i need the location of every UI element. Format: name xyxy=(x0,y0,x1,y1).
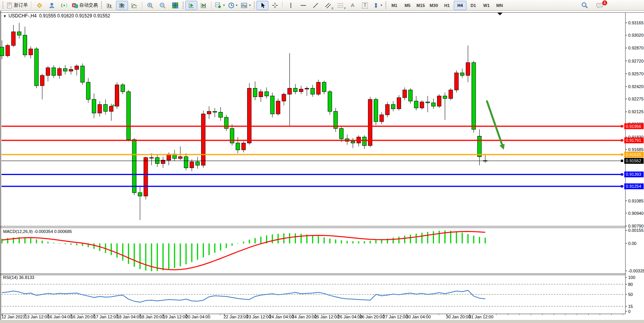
candle-body xyxy=(29,49,32,55)
timeframe-h1-button[interactable]: H1 xyxy=(441,1,453,10)
candle-body xyxy=(432,103,436,106)
macd-histogram-bar xyxy=(479,237,480,243)
signals-button[interactable] xyxy=(58,1,70,10)
auto-scroll-button[interactable] xyxy=(185,1,197,10)
templates-button[interactable]: ▾ xyxy=(239,1,252,10)
macd-histogram-bar xyxy=(301,234,302,243)
toolbar-drag-handle[interactable] xyxy=(2,2,3,9)
macd-histogram-bar xyxy=(237,243,238,244)
timeframe-m5-button[interactable]: M5 xyxy=(401,1,414,10)
candle-body xyxy=(52,68,56,75)
macd-histogram-bar xyxy=(134,243,135,267)
svg-text:26 Jan 04:00: 26 Jan 04:00 xyxy=(338,314,362,319)
svg-text:20 Jan 04:00: 20 Jan 04:00 xyxy=(186,314,210,319)
toolbar-drag-handle[interactable] xyxy=(183,2,184,9)
candle-body xyxy=(236,143,240,150)
macd-histogram-bar xyxy=(439,231,440,243)
macd-histogram-bar xyxy=(329,238,330,243)
line-handle[interactable] xyxy=(621,173,623,175)
clock-icon xyxy=(228,2,234,8)
macd-histogram-bar xyxy=(410,235,411,243)
fibonacci-tool-button[interactable]: F xyxy=(334,1,346,10)
candle-body xyxy=(299,89,303,92)
chart-shift-button[interactable] xyxy=(198,1,210,10)
candle-body xyxy=(408,90,412,101)
search-button[interactable] xyxy=(579,1,591,10)
timeframe-m15-button[interactable]: M15 xyxy=(414,1,427,10)
macd-histogram-bar xyxy=(174,243,175,268)
candle-body xyxy=(265,92,268,96)
chart-window[interactable]: 0.931650.930200.928700.927200.925700.924… xyxy=(0,11,644,323)
auto-trading-icon xyxy=(72,2,78,8)
add-indicator-icon xyxy=(215,2,222,8)
line-handle[interactable] xyxy=(621,185,623,187)
candle-body xyxy=(316,82,320,94)
arrows-tool-button[interactable]: ▾ xyxy=(371,1,384,10)
macd-histogram-bar xyxy=(404,236,405,243)
chart-canvas[interactable]: 0.931650.930200.928700.927200.925700.924… xyxy=(0,11,644,323)
svg-text:0.92720: 0.92720 xyxy=(628,59,644,63)
line-chart-icon xyxy=(131,2,138,8)
trendline-tool-button[interactable] xyxy=(309,1,321,10)
macd-histogram-bar xyxy=(2,239,3,243)
chevron-down-icon: ▾ xyxy=(236,3,237,7)
zoom-out-button[interactable] xyxy=(157,1,169,10)
macd-histogram-bar xyxy=(48,242,49,243)
candle-body xyxy=(420,102,424,108)
svg-text:15: 15 xyxy=(628,304,633,309)
line-handle[interactable] xyxy=(621,160,623,162)
timeframe-d1-button[interactable]: D1 xyxy=(467,1,480,10)
new-order-label: 新订单 xyxy=(14,2,28,8)
auto-trading-button[interactable]: 自动交易 xyxy=(70,1,99,10)
candlestick-chart-button[interactable] xyxy=(116,1,128,10)
timeframe-m1-button[interactable]: M1 xyxy=(388,1,401,10)
svg-text:0.00: 0.00 xyxy=(628,241,636,246)
bar-chart-button[interactable] xyxy=(104,1,116,10)
vertical-line-tool-button[interactable] xyxy=(285,1,297,10)
zoom-out-icon xyxy=(159,2,166,8)
equidistant-channel-tool-button[interactable]: E xyxy=(322,1,334,10)
svg-text:16 Jan 20:00: 16 Jan 20:00 xyxy=(71,314,96,319)
toolbar-drag-handle[interactable] xyxy=(385,2,386,9)
candle-body xyxy=(322,82,326,92)
toolbar-separator xyxy=(211,2,212,9)
cursor-tool-button[interactable] xyxy=(256,1,268,10)
gold-button[interactable] xyxy=(33,1,45,10)
periods-button[interactable]: ▾ xyxy=(227,1,239,10)
zoom-in-button[interactable] xyxy=(144,1,156,10)
text-label-tool-button[interactable]: T xyxy=(359,1,371,10)
toolbar-separator xyxy=(142,2,143,9)
timeframe-w1-button[interactable]: W1 xyxy=(480,1,493,10)
candle-body xyxy=(132,139,136,192)
macd-histogram-bar xyxy=(370,241,371,243)
macd-histogram-bar xyxy=(416,234,417,243)
timeframe-mn-button[interactable]: MN xyxy=(493,1,506,10)
horizontal-line-tool-button[interactable] xyxy=(297,1,309,10)
notifications-button[interactable]: 1 xyxy=(594,1,606,10)
crosshair-tool-button[interactable] xyxy=(269,1,281,10)
community-button[interactable] xyxy=(46,1,58,10)
svg-text:0: 0 xyxy=(628,309,630,314)
svg-text:24 Jan 20:00: 24 Jan 20:00 xyxy=(292,314,317,319)
line-chart-button[interactable] xyxy=(128,1,140,10)
timeframe-m30-button[interactable]: M30 xyxy=(427,1,440,10)
new-order-button[interactable]: 新订单 xyxy=(5,1,29,10)
line-handle[interactable] xyxy=(621,125,623,128)
line-handle[interactable] xyxy=(621,153,623,156)
toolbar-drag-handle[interactable] xyxy=(254,2,255,9)
toolbar-drag-handle[interactable] xyxy=(101,2,102,9)
macd-histogram-bar xyxy=(42,241,43,243)
tile-windows-button[interactable] xyxy=(169,1,181,10)
tile-windows-icon xyxy=(172,2,178,8)
svg-text:18 Jan 04:00: 18 Jan 04:00 xyxy=(117,314,142,319)
text-tool-button[interactable]: A xyxy=(347,1,359,10)
candle-body xyxy=(219,112,222,117)
svg-text:0.90940: 0.90940 xyxy=(628,211,644,216)
candle-body xyxy=(178,157,182,158)
macd-histogram-bar xyxy=(220,243,221,250)
timeframe-h4-button[interactable]: H4 xyxy=(454,1,466,10)
line-handle[interactable] xyxy=(621,139,623,141)
macd-histogram-bar xyxy=(295,233,296,243)
candle-body xyxy=(362,137,366,146)
add-indicator-button[interactable]: ▾ xyxy=(214,1,226,10)
